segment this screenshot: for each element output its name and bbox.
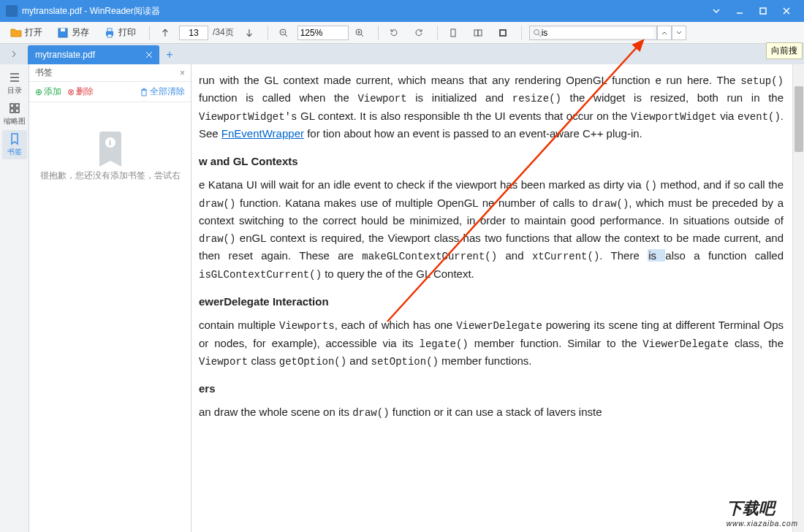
- print-button[interactable]: 打印: [98, 25, 142, 40]
- double-page-button[interactable]: [467, 26, 489, 39]
- bookmark-empty-message: 很抱歉，您还没有添加书签，尝试右: [33, 170, 188, 182]
- svg-rect-8: [451, 29, 455, 37]
- svg-rect-9: [474, 30, 478, 36]
- vertical-scrollbar[interactable]: [792, 64, 804, 532]
- prev-page-button[interactable]: [154, 26, 176, 39]
- bookmark-panel: 书签 × ⊕ 添加 ⊗ 删除 全部清除 i 很抱歉，您还没有添加书签，尝试右: [29, 64, 191, 532]
- tabbar: mytranslate.pdf +: [0, 44, 804, 64]
- scrollbar-thumb[interactable]: [794, 86, 803, 152]
- svg-rect-16: [15, 109, 19, 113]
- bookmark-delete-button[interactable]: ⊗ 删除: [67, 86, 94, 98]
- minimize-button[interactable]: [728, 0, 751, 22]
- rotate-right-button[interactable]: [408, 26, 430, 39]
- titlebar: mytranslate.pdf - WinReader阅读器: [0, 0, 804, 22]
- dropdown-button[interactable]: [705, 0, 728, 22]
- svg-rect-13: [10, 104, 14, 107]
- search-tooltip: 向前搜: [766, 42, 803, 59]
- open-button[interactable]: 打开: [4, 25, 48, 40]
- svg-rect-14: [15, 104, 19, 107]
- bookmark-ribbon-icon: i: [99, 132, 121, 161]
- save-button[interactable]: 另存: [51, 25, 95, 40]
- tab-active[interactable]: mytranslate.pdf: [28, 45, 159, 64]
- toolbar: 打开 另存 打印 /34页: [0, 22, 804, 44]
- window-title: mytranslate.pdf - WinReader阅读器: [22, 5, 160, 18]
- bookmark-empty-state: i 很抱歉，您还没有添加书签，尝试右: [29, 102, 191, 532]
- svg-rect-11: [500, 30, 506, 36]
- panel-toggle-button[interactable]: [0, 44, 28, 64]
- zoom-in-button[interactable]: [349, 26, 371, 39]
- search-box[interactable]: [529, 26, 657, 40]
- svg-rect-2: [61, 28, 65, 31]
- maximize-button[interactable]: [751, 0, 775, 22]
- rotate-left-button[interactable]: [383, 26, 405, 39]
- fullscreen-button[interactable]: [492, 26, 514, 39]
- document-viewport[interactable]: run with the GL context made current, wh…: [191, 64, 804, 532]
- next-page-button[interactable]: [238, 26, 260, 39]
- app-icon: [6, 5, 18, 17]
- tab-close-button[interactable]: [143, 49, 155, 61]
- sidebar-item-catalog[interactable]: 目录: [2, 69, 27, 98]
- link-fneventwrapper[interactable]: FnEventWrapper: [221, 127, 304, 140]
- search-next-button[interactable]: [672, 26, 686, 40]
- search-highlight: is: [648, 249, 665, 262]
- watermark: 下载吧 www.xiazaiba.com: [727, 498, 798, 528]
- bookmark-add-button[interactable]: ⊕ 添加: [35, 86, 61, 98]
- search-input[interactable]: [542, 28, 653, 38]
- panel-title: 书签: [35, 66, 53, 79]
- zoom-out-button[interactable]: [273, 26, 295, 39]
- search-icon: [533, 28, 542, 37]
- sidebar-rail: 目录 缩略图 书签: [0, 64, 29, 532]
- sidebar-item-bookmarks[interactable]: 书签: [2, 130, 27, 159]
- trash-icon: [140, 88, 148, 96]
- bookmark-clear-button[interactable]: 全部清除: [140, 86, 185, 98]
- svg-rect-0: [760, 8, 766, 14]
- page-number-input[interactable]: [179, 26, 208, 40]
- svg-point-12: [534, 29, 539, 34]
- svg-rect-5: [107, 34, 112, 37]
- svg-rect-10: [478, 30, 482, 36]
- svg-rect-15: [10, 109, 14, 113]
- close-button[interactable]: [775, 0, 798, 22]
- panel-close-button[interactable]: ×: [180, 68, 185, 78]
- sidebar-item-thumbnails[interactable]: 缩略图: [2, 99, 27, 129]
- document-content: run with the GL context made current, wh…: [191, 64, 804, 436]
- svg-rect-4: [107, 28, 112, 31]
- zoom-select[interactable]: [297, 26, 349, 40]
- search-prev-button[interactable]: [657, 26, 672, 40]
- new-tab-button[interactable]: +: [159, 45, 180, 64]
- tab-label: mytranslate.pdf: [35, 50, 95, 60]
- page-total-label: /34页: [213, 26, 234, 39]
- single-page-button[interactable]: [442, 26, 464, 39]
